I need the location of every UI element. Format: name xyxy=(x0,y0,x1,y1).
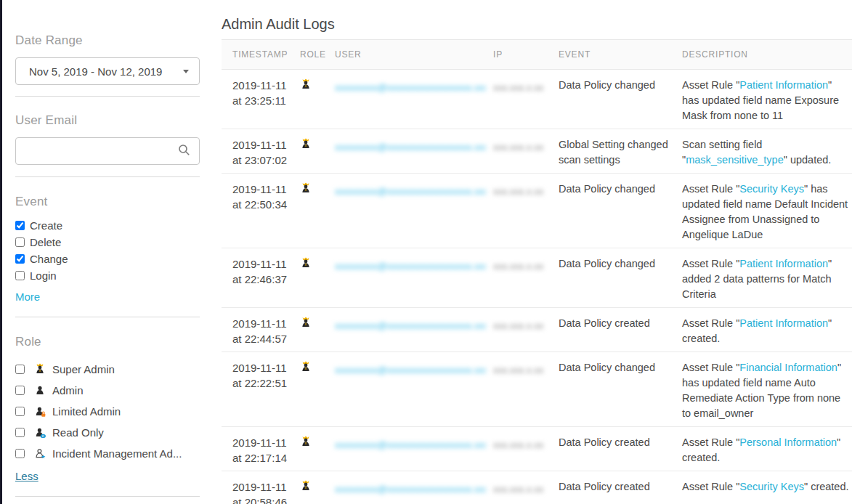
super-admin-role-icon xyxy=(300,257,312,273)
event-cell: Data Policy changed xyxy=(559,360,682,375)
asset-rule-link[interactable]: Patient Information xyxy=(739,317,828,329)
role-option-label: Read Only xyxy=(52,426,104,439)
ip-blurred: xxx.xxx.x.xx xyxy=(493,259,543,274)
table-row: 2019-11-11 at 22:50:34 xxxxxxxxx@xxxxxxx… xyxy=(222,174,852,248)
description-cell: Asset Rule "Patient Information" added 2… xyxy=(682,256,852,302)
user-cell: xxxxxxxxx@xxxxxxxxxxxxxxxxxx.xxx xyxy=(335,256,493,277)
event-cell: Data Policy changed xyxy=(559,256,682,272)
asset-rule-link[interactable]: Financial Information xyxy=(739,362,837,373)
table-row: 2019-11-11 at 22:46:37 xxxxxxxxx@xxxxxxx… xyxy=(222,248,852,308)
role-cell xyxy=(300,137,335,154)
user-email-blurred[interactable]: xxxxxxxxx@xxxxxxxxxxxxxxxxxx.xxx xyxy=(335,139,486,155)
asset-rule-link[interactable]: Patient Information xyxy=(739,79,828,91)
role-option[interactable]: Read Only xyxy=(15,422,200,443)
table-row: 2019-11-11 at 22:22:51 xxxxxxxxx@xxxxxxx… xyxy=(222,352,852,427)
asset-rule-link[interactable]: Security Keys xyxy=(739,481,804,492)
super-admin-role-icon xyxy=(300,138,312,154)
divider xyxy=(15,496,200,497)
event-cell: Global Setting changed scan settings xyxy=(559,137,682,168)
user-cell: xxxxxxxxx@xxxxxxxxxxxxxxxxxx.xxx xyxy=(335,435,493,456)
super-admin-role-icon xyxy=(300,78,312,94)
event-checkbox[interactable] xyxy=(15,271,25,280)
role-option-label: Incident Management Ad... xyxy=(52,447,182,460)
role-cell xyxy=(300,78,335,94)
super-admin-role-icon xyxy=(300,436,312,452)
table-row: 2019-11-11 at 22:44:57 xxxxxxxxx@xxxxxxx… xyxy=(222,308,852,352)
chevron-down-icon xyxy=(183,70,189,73)
ip-cell: xxx.xxx.x.xx xyxy=(493,182,559,203)
date-range-select[interactable]: Nov 5, 2019 - Nov 12, 2019 xyxy=(15,57,200,85)
user-email-blurred[interactable]: xxxxxxxxx@xxxxxxxxxxxxxxxxxx.xxx xyxy=(335,437,486,452)
admin-icon xyxy=(33,384,46,397)
role-checkbox[interactable] xyxy=(15,386,25,395)
role-checkbox[interactable] xyxy=(15,449,25,458)
event-cell: Data Policy created xyxy=(559,316,682,331)
event-options-list: Create Delete Change Login xyxy=(15,217,200,284)
role-cell xyxy=(300,435,335,452)
role-cell xyxy=(300,479,335,496)
event-cell: Data Policy changed xyxy=(559,182,682,197)
event-option[interactable]: Delete xyxy=(15,234,200,251)
user-email-blurred[interactable]: xxxxxxxxx@xxxxxxxxxxxxxxxxxx.xxx xyxy=(335,184,486,199)
description-cell: Scan setting field "mask_sensitive_type"… xyxy=(682,137,852,168)
user-cell: xxxxxxxxx@xxxxxxxxxxxxxxxxxx.xxx xyxy=(335,78,493,99)
asset-rule-link[interactable]: Personal Information xyxy=(739,436,837,448)
user-email-blurred[interactable]: xxxxxxxxx@xxxxxxxxxxxxxxxxxx.xxx xyxy=(335,318,486,333)
less-link[interactable]: Less xyxy=(15,470,38,482)
role-cell xyxy=(300,360,335,377)
timestamp-cell: 2019-11-11 at 22:50:34 xyxy=(222,182,300,212)
page-title: Admin Audit Logs xyxy=(222,16,852,33)
user-cell: xxxxxxxxx@xxxxxxxxxxxxxxxxxx.xxx xyxy=(335,137,493,158)
timestamp-cell: 2019-11-11 at 23:07:02 xyxy=(222,137,300,168)
role-options-list: Super Admin Admin Limited Admin Read Onl… xyxy=(15,359,200,464)
super-admin-role-icon xyxy=(300,480,312,496)
user-cell: xxxxxxxxx@xxxxxxxxxxxxxxxxxx.xxx xyxy=(335,360,493,381)
role-filter-label: Role xyxy=(15,335,200,349)
user-email-label: User Email xyxy=(15,113,200,128)
asset-rule-link[interactable]: Patient Information xyxy=(739,258,828,269)
user-email-blurred[interactable]: xxxxxxxxx@xxxxxxxxxxxxxxxxxx.xxx xyxy=(335,362,486,378)
collapsed-nav-edge xyxy=(0,0,2,504)
divider xyxy=(15,317,200,317)
role-checkbox[interactable] xyxy=(15,428,25,437)
super-admin-icon xyxy=(33,363,46,376)
event-option[interactable]: Login xyxy=(15,267,200,284)
user-email-blurred[interactable]: xxxxxxxxx@xxxxxxxxxxxxxxxxxx.xxx xyxy=(335,259,486,274)
role-option[interactable]: Admin xyxy=(15,380,200,401)
description-cell: Asset Rule "Security Keys" has updated f… xyxy=(682,182,852,243)
role-option[interactable]: Limited Admin xyxy=(15,401,200,422)
table-row: 2019-11-11 at 22:17:14 xxxxxxxxx@xxxxxxx… xyxy=(222,427,852,471)
role-checkbox[interactable] xyxy=(15,365,25,374)
event-checkbox[interactable] xyxy=(15,237,25,247)
audit-logs-panel: Admin Audit Logs TIMESTAMP ROLE USER IP … xyxy=(222,0,852,504)
user-email-blurred[interactable]: xxxxxxxxx@xxxxxxxxxxxxxxxxxx.xxx xyxy=(335,80,486,95)
user-cell: xxxxxxxxx@xxxxxxxxxxxxxxxxxx.xxx xyxy=(335,316,493,337)
ip-blurred: xxx.xxx.x.xx xyxy=(493,318,543,333)
table-row: 2019-11-11 at 20:58:46 xxxxxxxxx@xxxxxxx… xyxy=(222,471,852,504)
col-header-event: EVENT xyxy=(559,49,682,60)
event-checkbox[interactable] xyxy=(15,221,25,230)
date-range-value: Nov 5, 2019 - Nov 12, 2019 xyxy=(29,65,183,78)
col-header-user: USER xyxy=(335,49,493,60)
audit-logs-table: TIMESTAMP ROLE USER IP EVENT DESCRIPTION… xyxy=(222,39,852,504)
col-header-role: ROLE xyxy=(300,49,335,60)
user-email-input[interactable] xyxy=(25,145,178,158)
more-link[interactable]: More xyxy=(15,290,40,303)
role-option-label: Admin xyxy=(52,384,84,397)
event-option[interactable]: Change xyxy=(15,251,200,267)
description-cell: Asset Rule "Patient Information" has upd… xyxy=(682,78,852,123)
role-checkbox[interactable] xyxy=(15,407,25,416)
event-cell: Data Policy created xyxy=(559,435,682,450)
role-option[interactable]: Incident Management Ad... xyxy=(15,443,200,464)
event-option[interactable]: Create xyxy=(15,217,200,234)
super-admin-role-icon xyxy=(300,182,312,198)
event-checkbox[interactable] xyxy=(15,254,25,264)
date-range-label: Date Range xyxy=(15,33,200,48)
role-option[interactable]: Super Admin xyxy=(15,359,200,380)
asset-rule-link[interactable]: Security Keys xyxy=(739,183,804,195)
event-cell: Data Policy changed xyxy=(559,78,682,93)
ip-blurred: xxx.xxx.x.xx xyxy=(493,80,543,95)
user-email-blurred[interactable]: xxxxxxxxx@xxxxxxxxxxxxxxxxxx.xxx xyxy=(335,481,486,497)
asset-rule-link[interactable]: mask_sensitive_type xyxy=(686,154,784,166)
table-body: 2019-11-11 at 23:25:11 xxxxxxxxx@xxxxxxx… xyxy=(222,70,852,504)
